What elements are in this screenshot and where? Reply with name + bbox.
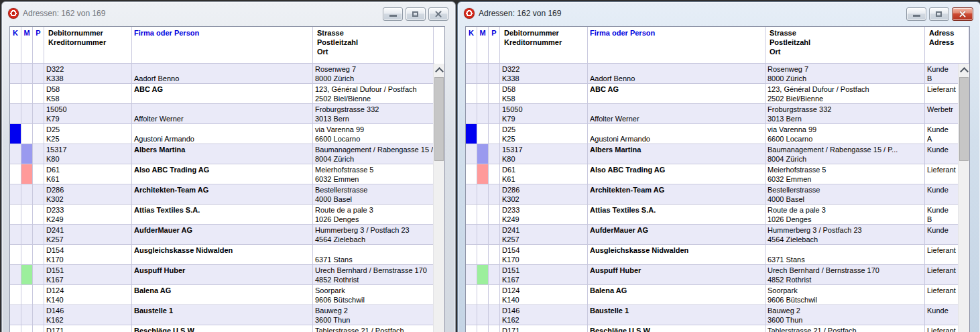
column-header-p[interactable]: P	[489, 27, 500, 63]
table-row[interactable]: D58 K58 ABC AG 123, Général Dufour / Pos…	[466, 84, 969, 104]
marker-k-cell	[10, 164, 21, 184]
table-row[interactable]: 15050 K79 Affolter Werner Froburgstrasse…	[466, 104, 969, 124]
column-header-m[interactable]: M	[477, 27, 489, 63]
marker-m-cell	[21, 305, 33, 325]
person-name	[132, 255, 312, 264]
marker-k-cell	[10, 64, 21, 83]
table-row[interactable]: D124 K140 Balena AG Soorpark 9606 Bütsch…	[466, 285, 969, 305]
marker-m-cell	[21, 184, 33, 204]
marker-p-cell	[489, 305, 500, 325]
scrollbar-track[interactable]	[958, 64, 969, 332]
column-header-m[interactable]: M	[21, 27, 33, 63]
scrollbar-track[interactable]	[433, 64, 444, 332]
name-cell: Affolter Werner	[588, 104, 765, 123]
table-row[interactable]: D124 K140 Balena AG Soorpark 9606 Bütsch…	[10, 285, 434, 305]
kreditor-number: K167	[500, 275, 587, 284]
table-body: D322 K338 Aadorf Benno Rosenweg 7 8000 Z…	[466, 64, 969, 332]
table-row[interactable]: D233 K249 Attias Textiles S.A. Route de …	[10, 205, 434, 225]
scroll-up-button[interactable]	[434, 64, 444, 75]
scrollbar-thumb[interactable]	[434, 77, 444, 161]
table-row[interactable]: 15317 K80 Albers Martina Baumanagement /…	[466, 144, 969, 164]
column-header-p[interactable]: P	[33, 27, 44, 63]
firma-name: Baustelle 1	[132, 306, 312, 315]
address-cell: Hummerberg 3 / Postfach 23 4564 Zielebac…	[313, 225, 434, 244]
titlebar-right[interactable]: Adressen: 162 von 169	[458, 2, 980, 25]
debitor-number: D61	[500, 165, 587, 174]
marker-m-cell	[21, 124, 33, 144]
number-cell: D286 K302	[44, 184, 132, 204]
column-header-strasse[interactable]: Strasse Postleitzahl Ort	[313, 27, 434, 63]
table-row[interactable]: D146 K162 Baustelle 1 Bauweg 2 3600 Thun…	[466, 305, 969, 325]
column-header-firma[interactable]: Firma oder Person	[588, 27, 765, 63]
marker-k-cell	[466, 164, 477, 184]
person-name	[588, 255, 765, 264]
number-cell: D241 K257	[44, 225, 132, 244]
table-row[interactable]: D233 K249 Attias Textiles S.A. Route de …	[466, 205, 969, 225]
table-row[interactable]: D241 K257 AufderMauer AG Hummerberg 3 / …	[466, 225, 969, 245]
name-cell: Balena AG	[132, 285, 313, 305]
column-header-firma[interactable]: Firma oder Person	[132, 27, 313, 63]
firma-name: Attias Textiles S.A.	[588, 205, 765, 215]
table-header-row: K M P Debitornummer Kreditornummer Firma…	[10, 27, 434, 64]
city-line: 4852 Rothrist	[765, 275, 924, 284]
address-table-right: K M P Debitornummer Kreditornummer Firma…	[465, 26, 970, 332]
table-row[interactable]: 15050 K79 Affolter Werner Froburgstrasse…	[10, 104, 434, 124]
table-row[interactable]: D286 K302 Architekten-Team AG Bestellers…	[466, 184, 969, 205]
debitor-number: 15050	[500, 105, 587, 114]
column-header-debitornummer[interactable]: Debitornummer Kreditornummer	[500, 27, 588, 63]
scrollbar-thumb[interactable]	[959, 77, 969, 161]
person-name	[588, 315, 765, 325]
scroll-up-button[interactable]	[959, 64, 969, 75]
table-row[interactable]: D171 Beschläge U.S.W. Tablerstrasse 21 /…	[466, 325, 969, 332]
kreditor-number: K25	[44, 134, 131, 144]
column-header-debitornummer[interactable]: Debitornummer Kreditornummer	[44, 27, 132, 63]
number-cell: D61 K61	[44, 164, 132, 184]
marker-k-cell	[10, 144, 21, 164]
address-cell: Tablerstrasse 21 / Postfach	[313, 325, 434, 332]
table-row[interactable]: D286 K302 Architekten-Team AG Bestellers…	[10, 184, 434, 205]
column-header-k[interactable]: K	[10, 27, 21, 63]
firma-name	[132, 64, 312, 74]
table-row[interactable]: D25 K25 Agustoni Armando via Varenna 99 …	[10, 124, 434, 144]
table-row[interactable]: D146 K162 Baustelle 1 Bauweg 2 3600 Thun	[10, 305, 434, 325]
kreditor-number: K162	[44, 315, 131, 325]
restore-button[interactable]	[406, 7, 426, 21]
marker-m-cell	[477, 124, 489, 144]
restore-button[interactable]	[929, 7, 949, 21]
firma-name: Albers Martina	[132, 145, 312, 154]
table-row[interactable]: D154 K170 Ausgleichskasse Nidwalden 6371…	[10, 245, 434, 265]
close-button[interactable]	[952, 7, 973, 21]
marker-p-cell	[489, 205, 500, 224]
column-header-adress[interactable]: Adress Adress	[925, 27, 969, 63]
kreditor-number: K302	[44, 195, 131, 204]
column-header-k[interactable]: K	[466, 27, 477, 63]
table-row[interactable]: D241 K257 AufderMauer AG Hummerberg 3 / …	[10, 225, 434, 245]
table-row[interactable]: D322 K338 Aadorf Benno Rosenweg 7 8000 Z…	[466, 64, 969, 84]
marker-p-cell	[33, 265, 44, 284]
table-row[interactable]: D61 K61 Also ABC Trading AG Meierhofstra…	[10, 164, 434, 184]
close-button[interactable]	[428, 7, 448, 21]
table-row[interactable]: D25 K25 Agustoni Armando via Varenna 99 …	[466, 124, 969, 144]
minimize-button[interactable]	[383, 7, 403, 21]
firma-name	[132, 105, 312, 114]
table-row[interactable]: D154 K170 Ausgleichskasse Nidwalden 6371…	[466, 245, 969, 265]
number-cell: D124 K140	[44, 285, 132, 305]
address-table-left: K M P Debitornummer Kreditornummer Firma…	[9, 26, 445, 332]
debitor-number: D151	[44, 266, 131, 275]
column-header-strasse[interactable]: Strasse Postleitzahl Ort	[765, 27, 925, 63]
firma-name: Beschläge U.S.W.	[132, 326, 312, 332]
table-row[interactable]: D151 K167 Auspuff Huber Urech Bernhard /…	[466, 265, 969, 285]
name-cell: Ausgleichskasse Nidwalden	[588, 245, 765, 264]
marker-k-cell	[466, 84, 477, 103]
table-row[interactable]: D58 K58 ABC AG 123, Général Dufour / Pos…	[10, 84, 434, 104]
minimize-button[interactable]	[906, 7, 926, 21]
marker-k-cell	[10, 124, 21, 144]
table-row[interactable]: 15317 K80 Albers Martina Baumanagement /…	[10, 144, 434, 164]
table-row[interactable]: D151 K167 Auspuff Huber Urech Bernhard /…	[10, 265, 434, 285]
city-line: 2502 Biel/Bienne	[313, 94, 433, 103]
table-row[interactable]: D171 Beschläge U.S.W. Tablerstrasse 21 /…	[10, 325, 434, 332]
kreditor-number: K257	[500, 235, 587, 244]
name-cell: Ausgleichskasse Nidwalden	[132, 245, 313, 264]
table-row[interactable]: D322 K338 Aadorf Benno Rosenweg 7 8000 Z…	[10, 64, 434, 84]
table-row[interactable]: D61 K61 Also ABC Trading AG Meierhofstra…	[466, 164, 969, 184]
